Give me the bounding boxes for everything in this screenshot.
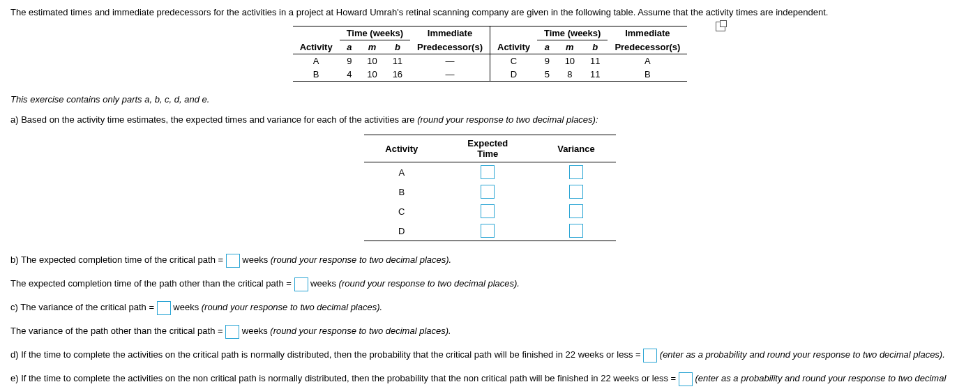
part-c1: c) The variance of the critical path = w… — [10, 301, 970, 315]
exercise-note: This exercise contains only parts a, b, … — [10, 94, 970, 105]
b-header-2: b — [582, 40, 608, 54]
cell: C — [490, 54, 537, 68]
answer-table: Activity Expected Time Variance A B C D — [364, 135, 615, 241]
activity-data-table: Time (weeks) Immediate Time (weeks) Imme… — [293, 26, 688, 82]
activity-header-2: Activity — [490, 40, 537, 54]
cell: A — [293, 54, 340, 68]
pred-header-2: Predecessor(s) — [608, 40, 687, 54]
cell: 4 — [340, 68, 360, 82]
cell: 11 — [582, 68, 608, 82]
b2-input[interactable] — [294, 277, 308, 291]
cell: 10 — [359, 68, 384, 82]
cell: 10 — [359, 54, 384, 68]
m-header: m — [359, 40, 384, 54]
cell: 11 — [582, 54, 608, 68]
expected-input-a[interactable] — [481, 165, 495, 179]
pred-header: Predecessor(s) — [410, 40, 490, 54]
part-a-text: a) Based on the activity time estimates,… — [10, 114, 970, 125]
ans-expected-header: Expected Time — [439, 135, 536, 162]
c1-input[interactable] — [157, 301, 171, 315]
c2-input[interactable] — [225, 325, 239, 339]
ans-variance-header: Variance — [536, 135, 616, 162]
ans-act: C — [364, 201, 439, 221]
variance-input-c[interactable] — [569, 204, 583, 218]
cell: 16 — [385, 68, 410, 82]
cell: 8 — [557, 68, 582, 82]
b-header: b — [385, 40, 410, 54]
part-c2: The variance of the path other than the … — [10, 325, 970, 339]
cell: 11 — [385, 54, 410, 68]
intro-text: The estimated times and immediate predec… — [10, 7, 970, 17]
expected-input-c[interactable] — [481, 204, 495, 218]
d-input[interactable] — [643, 349, 657, 363]
m-header-2: m — [557, 40, 582, 54]
e-input[interactable] — [679, 372, 693, 386]
pred-header-top: Immediate — [410, 26, 490, 40]
activity-header: Activity — [293, 40, 340, 54]
ans-act: D — [364, 221, 439, 241]
time-header-2: Time (weeks) — [537, 26, 608, 40]
variance-input-b[interactable] — [569, 185, 583, 199]
cell: B — [608, 68, 687, 82]
cell: B — [293, 68, 340, 82]
cell: A — [608, 54, 687, 68]
part-b1: b) The expected completion time of the c… — [10, 254, 970, 268]
ans-act: A — [364, 162, 439, 183]
cell: — — [410, 54, 490, 68]
cell: D — [490, 68, 537, 82]
popout-icon[interactable] — [716, 22, 725, 31]
expected-input-d[interactable] — [481, 224, 495, 238]
cell: — — [410, 68, 490, 82]
part-d: d) If the time to complete the activitie… — [10, 349, 970, 363]
time-header: Time (weeks) — [340, 26, 410, 40]
part-b2: The expected completion time of the path… — [10, 277, 970, 291]
ans-act: B — [364, 182, 439, 201]
cell: 9 — [537, 54, 557, 68]
pred-header-top-2: Immediate — [608, 26, 687, 40]
cell: 9 — [340, 54, 360, 68]
expected-input-b[interactable] — [481, 185, 495, 199]
part-e: e) If the time to complete the activitie… — [10, 372, 970, 389]
variance-input-a[interactable] — [569, 165, 583, 179]
a-header-2: a — [537, 40, 557, 54]
variance-input-d[interactable] — [569, 224, 583, 238]
b1-input[interactable] — [226, 254, 240, 268]
ans-activity-header: Activity — [364, 135, 439, 162]
a-header: a — [340, 40, 360, 54]
cell: 10 — [557, 54, 582, 68]
cell: 5 — [537, 68, 557, 82]
